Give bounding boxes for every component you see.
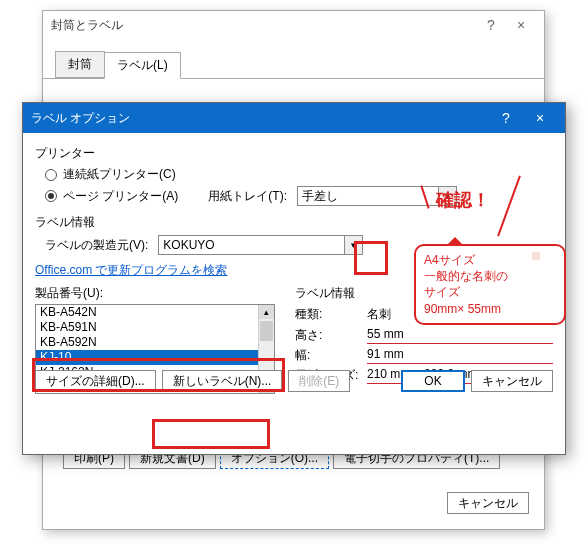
tray-label: 用紙トレイ(T):: [208, 188, 287, 205]
radio-icon[interactable]: [45, 169, 57, 181]
radio-icon-checked[interactable]: [45, 190, 57, 202]
cancel-button-back[interactable]: キャンセル: [447, 492, 529, 514]
newlabel-button[interactable]: 新しいラベル(N)...: [162, 370, 283, 392]
vendor-label: ラベルの製造元(V):: [45, 237, 148, 254]
front-button-row: サイズの詳細(D)... 新しいラベル(N)... 削除(E) OK キャンセル: [35, 370, 553, 392]
annotation-callout: A4サイズ 一般的な名刺の サイズ 90mm× 55mm: [414, 244, 566, 325]
list-item[interactable]: KB-A591N: [36, 320, 274, 335]
front-help-icon[interactable]: ?: [489, 110, 523, 126]
front-dialog-title: ラベル オプション: [31, 110, 489, 127]
list-item[interactable]: KB-A592N: [36, 335, 274, 350]
tabs: 封筒 ラベル(L): [43, 39, 544, 79]
list-item-selected[interactable]: KJ-10: [36, 350, 274, 365]
tab-envelope[interactable]: 封筒: [55, 51, 105, 78]
tab-label[interactable]: ラベル(L): [104, 52, 181, 79]
scroll-thumb[interactable]: [260, 321, 273, 341]
help-icon[interactable]: ?: [476, 17, 506, 33]
radio-continuous-label: 連続紙プリンター(C): [63, 166, 176, 183]
height-label: 高さ:: [295, 327, 367, 344]
radio-continuous-row[interactable]: 連続紙プリンター(C): [45, 166, 553, 183]
radio-page-label: ページ プリンター(A): [63, 188, 178, 205]
callout-text: A4サイズ 一般的な名刺の サイズ 90mm× 55mm: [424, 253, 508, 316]
chevron-down-icon[interactable]: ▾: [344, 236, 362, 254]
delete-button: 削除(E): [288, 370, 350, 392]
width-value: 91 mm: [367, 347, 553, 364]
vendor-select[interactable]: KOKUYO ▾: [158, 235, 363, 255]
scroll-up-icon[interactable]: ▴: [259, 305, 274, 319]
kind-label: 種類:: [295, 306, 367, 324]
printer-group-label: プリンター: [35, 145, 553, 162]
ok-button[interactable]: OK: [401, 370, 465, 392]
office-update-link[interactable]: Office.com で更新プログラムを検索: [35, 262, 227, 279]
labelinfo-group-label: ラベル情報: [35, 214, 553, 231]
chevron-down-icon[interactable]: ▾: [438, 187, 456, 205]
front-titlebar: ラベル オプション ? ×: [23, 103, 565, 133]
cancel-button-front[interactable]: キャンセル: [471, 370, 553, 392]
width-label: 幅:: [295, 347, 367, 364]
dialog-title: 封筒とラベル: [51, 17, 123, 34]
tray-select[interactable]: 手差し ▾: [297, 186, 457, 206]
tray-value: 手差し: [302, 188, 338, 205]
vendor-value: KOKUYO: [163, 238, 214, 252]
height-value: 55 mm: [367, 327, 553, 344]
list-item[interactable]: KB-A542N: [36, 305, 274, 320]
detail-button[interactable]: サイズの詳細(D)...: [35, 370, 156, 392]
close-icon[interactable]: ×: [506, 17, 536, 33]
radio-page-row[interactable]: ページ プリンター(A) 用紙トレイ(T): 手差し ▾: [45, 186, 553, 206]
dialog-titlebar: 封筒とラベル ? ×: [43, 11, 544, 39]
front-close-icon[interactable]: ×: [523, 110, 557, 126]
product-label: 製品番号(U):: [35, 285, 275, 302]
